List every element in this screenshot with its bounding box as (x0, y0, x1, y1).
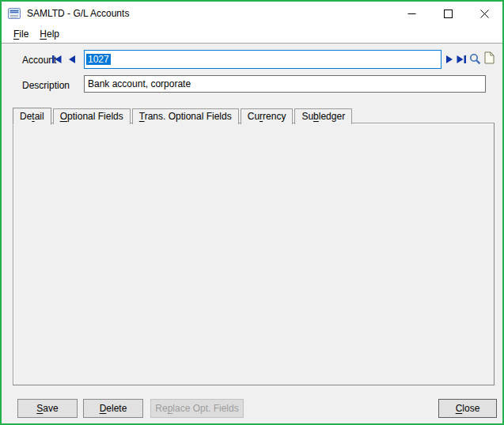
window-controls (393, 2, 502, 25)
title-bar: SAMLTD - G/L Accounts (2, 2, 502, 25)
window-title: SAMLTD - G/L Accounts (27, 8, 129, 19)
account-input[interactable]: 1027 (84, 50, 441, 69)
save-button[interactable]: Save (17, 399, 78, 418)
new-document-icon (484, 51, 495, 64)
description-label: Description (22, 80, 70, 91)
previous-record-icon (67, 55, 77, 64)
gl-accounts-window: SAMLTD - G/L Accounts File Help Account … (0, 0, 504, 425)
minimize-icon (407, 9, 416, 18)
tab-detail[interactable]: Detail (13, 108, 51, 125)
next-record-icon (445, 55, 454, 64)
delete-button[interactable]: Delete (83, 399, 143, 418)
close-window-button[interactable] (466, 2, 502, 25)
previous-record-button[interactable] (66, 53, 78, 66)
finder-magnifier-icon (469, 53, 481, 65)
tab-strip: Detail Optional Fields Trans. Optional F… (13, 106, 354, 123)
tab-trans-optional-fields[interactable]: Trans. Optional Fields (132, 108, 239, 124)
maximize-icon (444, 9, 453, 18)
close-icon (480, 9, 489, 18)
tab-subledger[interactable]: Subledger (294, 108, 352, 124)
account-finder-button[interactable] (468, 52, 481, 65)
last-record-icon (456, 55, 467, 64)
first-record-icon (51, 55, 63, 64)
minimize-button[interactable] (393, 2, 430, 25)
last-record-button[interactable] (455, 53, 468, 66)
detail-tab-panel (13, 123, 495, 385)
app-icon (8, 8, 21, 19)
menu-bar: File Help (2, 25, 502, 44)
close-button[interactable]: Close (438, 399, 497, 418)
tab-optional-fields[interactable]: Optional Fields (53, 108, 131, 124)
description-input[interactable] (84, 75, 486, 93)
menu-help[interactable]: Help (34, 27, 65, 41)
first-record-button[interactable] (51, 53, 63, 66)
next-record-button[interactable] (443, 53, 456, 66)
maximize-button[interactable] (430, 2, 466, 25)
tab-currency[interactable]: Currency (241, 108, 294, 124)
menu-file[interactable]: File (8, 27, 34, 41)
new-record-button[interactable] (483, 51, 495, 64)
replace-opt-fields-button: Replace Opt. Fields (150, 399, 244, 418)
account-value: 1027 (86, 54, 111, 65)
